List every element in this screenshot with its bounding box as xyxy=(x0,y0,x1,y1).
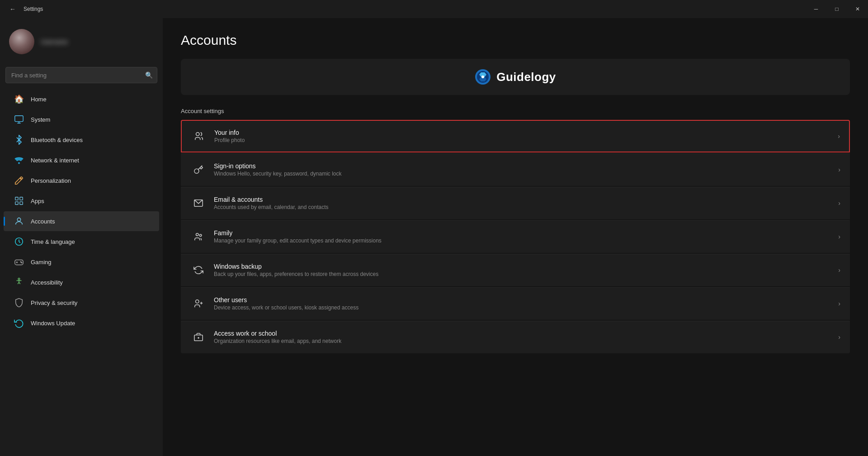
sidebar-item-network[interactable]: Network & internet xyxy=(4,150,159,170)
close-button[interactable]: ✕ xyxy=(847,0,868,18)
svg-point-18 xyxy=(199,234,202,237)
svg-rect-0 xyxy=(15,116,23,122)
backup-text: Windows backup Back up your files, apps,… xyxy=(214,263,838,277)
search-box: 🔍 xyxy=(5,67,157,83)
svg-point-1 xyxy=(18,162,20,164)
chevron-right-icon: › xyxy=(838,233,840,240)
accessibility-icon xyxy=(13,276,25,289)
minimize-button[interactable]: ─ xyxy=(806,0,826,18)
svg-point-11 xyxy=(18,278,20,280)
sidebar-item-bluetooth[interactable]: Bluetooth & devices xyxy=(4,130,159,150)
chevron-right-icon: › xyxy=(838,266,840,274)
other-users-icon xyxy=(190,295,207,312)
bluetooth-icon xyxy=(13,133,25,146)
settings-item-sign-in[interactable]: Sign-in options Windows Hello, security … xyxy=(181,153,850,186)
settings-list: Your info Profile photo › Sign-in option… xyxy=(181,120,850,353)
sidebar-item-label: Home xyxy=(31,96,47,103)
family-icon xyxy=(190,228,207,245)
time-icon xyxy=(13,235,25,248)
family-text: Family Manage your family group, edit ac… xyxy=(214,229,838,244)
backup-title: Windows backup xyxy=(214,263,838,270)
sidebar-user[interactable]: Username xyxy=(0,22,163,62)
settings-item-backup[interactable]: Windows backup Back up your files, apps,… xyxy=(181,254,850,286)
sidebar-item-label: Gaming xyxy=(31,259,52,266)
settings-item-family[interactable]: Family Manage your family group, edit ac… xyxy=(181,220,850,253)
svg-rect-2 xyxy=(15,197,18,200)
home-icon: 🏠 xyxy=(13,93,25,105)
settings-item-work-school[interactable]: Access work or school Organization resou… xyxy=(181,321,850,353)
apps-icon xyxy=(13,195,25,207)
backup-subtitle: Back up your files, apps, preferences to… xyxy=(214,271,838,277)
svg-point-19 xyxy=(196,300,199,303)
windows-update-icon xyxy=(13,317,25,329)
svg-point-6 xyxy=(17,218,20,221)
family-title: Family xyxy=(214,229,838,237)
guidelogy-logo-icon xyxy=(475,69,491,85)
sidebar-item-privacy[interactable]: Privacy & security xyxy=(4,293,159,313)
window-controls: ─ □ ✕ xyxy=(806,0,868,18)
app-title: Settings xyxy=(24,6,43,12)
chevron-right-icon: › xyxy=(838,200,840,207)
sidebar-item-windows-update[interactable]: Windows Update xyxy=(4,313,159,333)
sidebar-item-label: Personalization xyxy=(31,177,71,184)
sidebar-item-label: Accounts xyxy=(31,218,55,225)
sidebar-item-home[interactable]: 🏠 Home xyxy=(4,89,159,109)
family-subtitle: Manage your family group, edit account t… xyxy=(214,238,838,244)
chevron-right-icon: › xyxy=(838,300,840,307)
other-users-subtitle: Device access, work or school users, kio… xyxy=(214,304,838,311)
sign-in-icon xyxy=(190,162,207,178)
svg-point-14 xyxy=(481,76,484,78)
svg-point-17 xyxy=(196,233,199,236)
privacy-icon xyxy=(13,296,25,309)
sign-in-title: Sign-in options xyxy=(214,162,838,170)
chevron-right-icon: › xyxy=(838,133,840,140)
sidebar-item-label: Accessibility xyxy=(31,279,63,286)
email-title: Email & accounts xyxy=(214,196,838,203)
your-info-title: Your info xyxy=(214,129,838,136)
sidebar-item-label: System xyxy=(31,116,50,123)
work-school-icon xyxy=(190,329,207,345)
maximize-button[interactable]: □ xyxy=(826,0,847,18)
settings-item-other-users[interactable]: Other users Device access, work or schoo… xyxy=(181,287,850,320)
sidebar-item-accessibility[interactable]: Accessibility xyxy=(4,272,159,292)
svg-rect-3 xyxy=(20,197,23,200)
sidebar-item-system[interactable]: System xyxy=(4,109,159,129)
sidebar-item-label: Apps xyxy=(31,198,44,204)
personalization-icon xyxy=(13,174,25,187)
page-title: Accounts xyxy=(181,33,850,48)
backup-icon xyxy=(190,262,207,278)
sign-in-subtitle: Windows Hello, security key, password, d… xyxy=(214,171,838,177)
section-title: Account settings xyxy=(181,108,850,114)
sidebar-nav: 🏠 Home System Bluetooth & de xyxy=(0,89,163,333)
svg-point-10 xyxy=(21,262,22,263)
sidebar-item-time[interactable]: Time & language xyxy=(4,232,159,252)
svg-point-15 xyxy=(196,133,199,136)
sidebar-item-personalization[interactable]: Personalization xyxy=(4,171,159,190)
banner: Guidelogy xyxy=(181,59,850,95)
search-input[interactable] xyxy=(5,67,157,83)
settings-item-your-info[interactable]: Your info Profile photo › xyxy=(181,120,850,152)
sidebar-item-apps[interactable]: Apps xyxy=(4,191,159,211)
banner-logo-text: Guidelogy xyxy=(496,70,556,84)
settings-item-email[interactable]: Email & accounts Accounts used by email,… xyxy=(181,187,850,219)
sidebar-item-accounts[interactable]: Accounts xyxy=(4,211,159,231)
work-school-title: Access work or school xyxy=(214,330,838,337)
sign-in-text: Sign-in options Windows Hello, security … xyxy=(214,162,838,177)
main-content: Accounts Guidelogy Account settings xyxy=(163,18,868,456)
chevron-right-icon: › xyxy=(838,166,840,173)
gaming-icon xyxy=(13,256,25,268)
system-icon xyxy=(13,113,25,126)
network-icon xyxy=(13,154,25,166)
app-container: Username 🔍 🏠 Home System xyxy=(0,18,868,456)
svg-point-9 xyxy=(20,261,21,262)
other-users-title: Other users xyxy=(214,296,838,304)
sidebar-item-gaming[interactable]: Gaming xyxy=(4,252,159,272)
svg-rect-5 xyxy=(20,202,23,204)
search-icon: 🔍 xyxy=(145,71,153,79)
sidebar: Username 🔍 🏠 Home System xyxy=(0,18,163,456)
your-info-icon xyxy=(191,128,207,144)
svg-rect-4 xyxy=(15,202,18,204)
sidebar-item-label: Bluetooth & devices xyxy=(31,137,83,143)
titlebar: ← Settings ─ □ ✕ xyxy=(0,0,868,18)
back-button[interactable]: ← xyxy=(5,2,20,16)
